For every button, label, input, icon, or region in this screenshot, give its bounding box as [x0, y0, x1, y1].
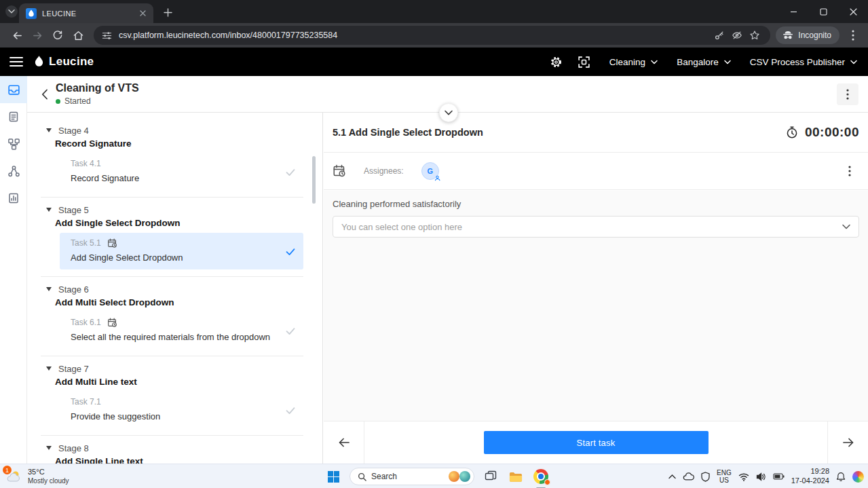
new-tab-button[interactable]: [162, 6, 174, 18]
taskbar-clock[interactable]: 19:28 17-04-2024: [791, 467, 829, 486]
tab-search-button[interactable]: [5, 5, 18, 18]
volume-icon[interactable]: [756, 472, 766, 481]
back-chevron-icon[interactable]: [38, 88, 52, 101]
rail-checklists-item[interactable]: [0, 103, 27, 130]
task-id: Task 7.1: [71, 397, 101, 407]
task-card[interactable]: Task 6.1 Select all the required materia…: [60, 312, 303, 349]
left-icon-rail: [0, 76, 27, 464]
file-explorer-button[interactable]: [507, 468, 525, 485]
task-id: Task 4.1: [71, 159, 101, 168]
leucine-logo-icon: [34, 56, 44, 68]
task-id: Task 6.1: [71, 318, 101, 327]
stages-scrollbar[interactable]: [312, 156, 316, 204]
app-header: Leucine Cleaning Bangalore CSV Process P…: [0, 48, 868, 76]
task-menu-button[interactable]: [840, 162, 859, 181]
address-bar[interactable]: csv.platform.leucinetech.com/inbox/48000…: [94, 26, 770, 45]
site-settings-icon[interactable]: [102, 31, 112, 41]
stage-name: Add Single Select Dropdown: [55, 218, 303, 228]
window-close-button[interactable]: [838, 0, 868, 23]
leucine-brand: Leucine: [34, 55, 94, 69]
weather-widget[interactable]: 1 35°C Mostly cloudy: [5, 464, 69, 488]
rail-processes-item[interactable]: [0, 130, 27, 157]
home-button[interactable]: [68, 25, 88, 45]
task-view-button[interactable]: [482, 468, 499, 485]
weather-temperature: 35°C: [28, 468, 69, 476]
rail-inbox-item[interactable]: [0, 76, 27, 103]
task-timer: 00:00:00: [785, 125, 859, 140]
previous-task-button[interactable]: [324, 421, 364, 464]
browser-tab-strip: LEUCINE: [0, 0, 868, 23]
settings-gear-icon[interactable]: [550, 56, 563, 69]
collapse-header-button[interactable]: [439, 103, 458, 122]
onedrive-cloud-icon[interactable]: [683, 472, 694, 481]
browser-menu-icon[interactable]: [845, 26, 861, 45]
battery-icon[interactable]: [773, 473, 785, 480]
stage-header[interactable]: Stage 8: [27, 443, 322, 453]
search-label: Search: [371, 472, 444, 481]
windows-taskbar: 1 35°C Mostly cloudy Search: [0, 464, 868, 488]
rail-reports-item[interactable]: [0, 185, 27, 212]
stage-name: Record Signature: [55, 138, 303, 149]
eye-off-icon[interactable]: [728, 26, 746, 44]
bookmark-star-icon[interactable]: [746, 26, 763, 44]
hamburger-menu-icon[interactable]: [10, 57, 23, 67]
taskbar-search[interactable]: Search: [350, 468, 474, 485]
start-task-button[interactable]: Start task: [484, 431, 709, 454]
stage-section: Stage 5 Add Single Select Dropdown Task …: [27, 198, 322, 277]
select-placeholder: You can select one option here: [341, 222, 842, 232]
use-case-dropdown[interactable]: Cleaning: [609, 57, 658, 67]
tab-title: LEUCINE: [42, 10, 137, 18]
stage-section: Stage 6 Add Multi Select Dropdown Task 6…: [27, 277, 322, 356]
page-menu-button[interactable]: [837, 83, 858, 105]
role-dropdown[interactable]: CSV Process Publisher: [750, 57, 857, 67]
stage-header[interactable]: Stage 6: [27, 284, 322, 295]
clock-date: 17-04-2024: [791, 476, 829, 486]
copilot-icon[interactable]: [852, 471, 864, 483]
back-button[interactable]: [7, 25, 27, 45]
facility-dropdown[interactable]: Bangalore: [677, 57, 731, 67]
facility-switch-icon[interactable]: [578, 56, 590, 69]
next-task-button[interactable]: [827, 421, 868, 464]
wifi-icon[interactable]: [738, 472, 749, 481]
task-footer: Start task: [324, 421, 868, 464]
task-name: Record Signature: [71, 173, 293, 183]
language-switcher[interactable]: ENG US: [717, 469, 732, 485]
task-card[interactable]: Task 7.1 Provide the suggestion: [60, 392, 303, 428]
stage-header[interactable]: Stage 7: [27, 363, 322, 374]
language-line1: ENG: [717, 469, 732, 477]
stage-label: Stage 7: [58, 364, 89, 374]
facility-dropdown-label: Bangalore: [677, 57, 719, 67]
job-status: Started: [56, 96, 139, 106]
security-shield-icon[interactable]: [701, 472, 710, 482]
browser-tab[interactable]: LEUCINE: [19, 3, 153, 23]
url-text[interactable]: csv.platform.leucinetech.com/inbox/48000…: [119, 31, 711, 40]
task-card-selected[interactable]: Task 5.1 Add Single Select Dropdown: [60, 233, 303, 269]
forward-button[interactable]: [27, 25, 48, 45]
stage-collapse-icon: [46, 128, 52, 132]
stage-name: Add Single Line text: [55, 456, 303, 464]
task-schedule-button[interactable]: [333, 164, 346, 178]
stage-collapse-icon: [46, 367, 52, 371]
chrome-taskbar-button[interactable]: [532, 468, 550, 485]
stage-header[interactable]: Stage 4: [27, 125, 322, 136]
stage-header[interactable]: Stage 5: [27, 204, 322, 215]
reload-button[interactable]: [48, 25, 68, 45]
task-name: Provide the suggestion: [71, 411, 293, 421]
rail-ontology-item[interactable]: [0, 157, 27, 185]
assignee-avatar[interactable]: G: [421, 162, 439, 180]
assignee-person-icon: [434, 175, 440, 181]
task-card[interactable]: Task 4.1 Record Signature: [60, 153, 303, 190]
notification-bell-icon[interactable]: [836, 472, 846, 482]
window-minimize-button[interactable]: [778, 0, 808, 23]
window-maximize-button[interactable]: [808, 0, 838, 23]
task-schedule-icon: [107, 318, 117, 328]
start-button[interactable]: [324, 468, 342, 485]
stage-collapse-icon: [46, 287, 52, 291]
tray-expand-icon[interactable]: [668, 474, 676, 479]
task-body: Cleaning performed satisfactorily You ca…: [324, 191, 868, 421]
password-key-icon[interactable]: [711, 26, 728, 44]
chevron-down-icon: [850, 60, 857, 64]
tab-close-icon[interactable]: [137, 8, 148, 19]
single-select-dropdown[interactable]: You can select one option here: [333, 216, 859, 238]
stage-collapse-icon: [46, 208, 52, 212]
